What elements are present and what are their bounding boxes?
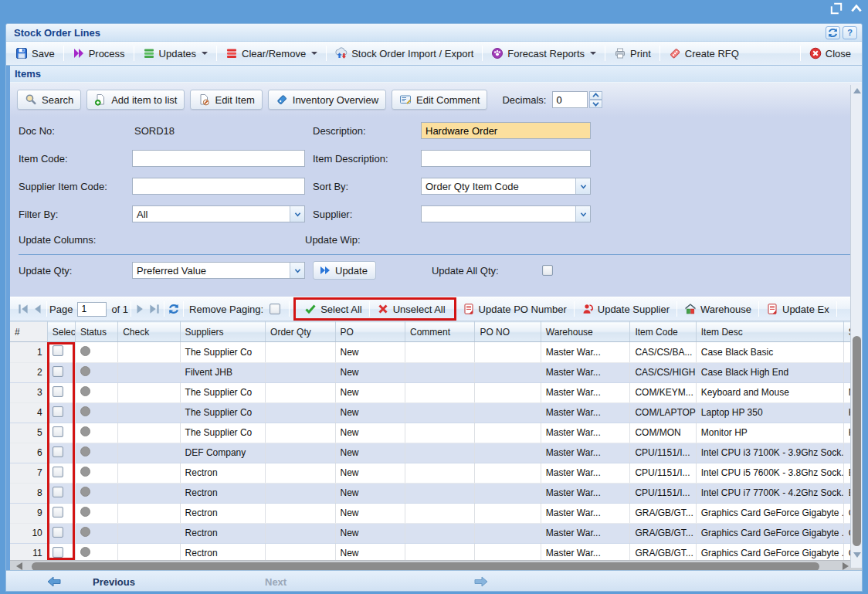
row-select-checkbox[interactable] bbox=[53, 487, 63, 497]
table-row: 7RectronNewMaster War...CPU/1151/I...Int… bbox=[10, 463, 863, 483]
forecast-reports-button[interactable]: Forecast Reports bbox=[485, 45, 602, 62]
remove-paging-checkbox[interactable] bbox=[270, 304, 280, 314]
chevron-down-icon[interactable] bbox=[575, 178, 590, 194]
create-rfq-button[interactable]: Create RFQ bbox=[663, 45, 745, 62]
item-code-input[interactable] bbox=[132, 150, 305, 167]
sort-by-value: Order Qty Item Code bbox=[422, 181, 575, 192]
update-supplier-button[interactable]: Update Supplier bbox=[577, 300, 674, 317]
page-number-input[interactable] bbox=[77, 302, 107, 317]
description-input[interactable] bbox=[421, 122, 591, 139]
last-page-icon[interactable] bbox=[147, 302, 161, 316]
select-cell bbox=[47, 523, 75, 543]
decimals-label: Decimals: bbox=[502, 94, 546, 106]
stock-order-import-export-label: Stock Order Import / Export bbox=[351, 48, 473, 59]
warehouse-cell: Master War... bbox=[541, 483, 630, 503]
unselect-all-button[interactable]: Unselect All bbox=[372, 300, 450, 317]
column-header-order-qty[interactable]: Order Qty bbox=[266, 322, 335, 342]
item-code-cell: GRA/GB/GT... bbox=[630, 543, 696, 560]
save-icon bbox=[15, 47, 28, 59]
previous-arrow-icon[interactable] bbox=[46, 575, 62, 590]
warehouse-button[interactable]: Warehouse bbox=[680, 300, 756, 317]
process-button[interactable]: Process bbox=[66, 45, 131, 62]
save-button[interactable]: Save bbox=[9, 45, 61, 62]
close-button[interactable]: Close bbox=[803, 45, 857, 62]
toolbar-separator bbox=[676, 301, 677, 317]
chevron-down-icon[interactable] bbox=[290, 206, 304, 222]
spin-down-icon[interactable] bbox=[589, 100, 602, 108]
import-export-icon bbox=[335, 47, 348, 59]
update-all-qty-checkbox[interactable] bbox=[542, 265, 553, 276]
table-row: 1The Supplier CoNewMaster War...CAS/CS/B… bbox=[10, 342, 863, 362]
po-cell: New bbox=[335, 362, 405, 382]
item-description-input[interactable] bbox=[421, 150, 591, 167]
row-number-cell: 6 bbox=[10, 443, 47, 463]
update-ex-button[interactable]: Update Ex bbox=[761, 300, 834, 317]
previous-page-icon[interactable] bbox=[30, 302, 44, 316]
scroll-down-icon[interactable] bbox=[853, 552, 861, 558]
print-button[interactable]: Print bbox=[608, 45, 657, 62]
edit-comment-button[interactable]: Edit Comment bbox=[392, 90, 487, 110]
edit-item-button[interactable]: Edit Item bbox=[190, 90, 262, 110]
stock-order-import-export-button[interactable]: Stock Order Import / Export bbox=[329, 45, 480, 62]
search-button[interactable]: Search bbox=[17, 90, 81, 110]
help-icon[interactable]: ? bbox=[843, 26, 857, 39]
row-select-checkbox[interactable] bbox=[53, 426, 63, 437]
chevron-down-icon[interactable] bbox=[290, 263, 304, 278]
grid-toolbar: Page of 1 Remove Paging: Select All bbox=[10, 297, 862, 321]
filter-by-dropdown[interactable]: All bbox=[132, 205, 305, 222]
column-header-item-desc[interactable]: Item Desc bbox=[696, 322, 843, 342]
row-select-checkbox[interactable] bbox=[53, 446, 63, 457]
scroll-up-icon[interactable] bbox=[853, 88, 861, 93]
spin-up-icon[interactable] bbox=[589, 91, 602, 100]
vertical-scrollbar[interactable] bbox=[850, 85, 862, 568]
x-icon bbox=[377, 303, 389, 315]
column-header-po[interactable]: PO bbox=[335, 322, 405, 342]
next-arrow-icon[interactable] bbox=[473, 575, 489, 590]
comment-cell bbox=[405, 402, 474, 423]
first-page-icon[interactable] bbox=[16, 302, 30, 316]
column-header-status[interactable]: Status bbox=[75, 322, 117, 342]
chevron-down-icon[interactable] bbox=[575, 206, 590, 222]
row-select-checkbox[interactable] bbox=[53, 507, 63, 518]
column-header-comment[interactable]: Comment bbox=[405, 322, 474, 342]
column-header-select[interactable]: Select bbox=[47, 322, 75, 342]
updates-button[interactable]: Updates bbox=[137, 45, 214, 62]
row-select-checkbox[interactable] bbox=[53, 345, 63, 356]
row-select-checkbox[interactable] bbox=[53, 406, 63, 417]
toolbar-separator bbox=[482, 46, 483, 61]
supplier-dropdown[interactable] bbox=[421, 205, 591, 222]
refresh-grid-icon[interactable] bbox=[167, 302, 181, 316]
next-page-icon[interactable] bbox=[134, 302, 147, 316]
vertical-scroll-thumb[interactable] bbox=[853, 336, 861, 546]
scroll-left-icon[interactable] bbox=[16, 562, 22, 570]
decimals-input[interactable] bbox=[552, 91, 588, 108]
form-row-supplieritemcode: Supplier Item Code: Sort By: Order Qty I… bbox=[10, 172, 862, 200]
column-header-warehouse[interactable]: Warehouse bbox=[541, 322, 630, 342]
row-select-checkbox[interactable] bbox=[53, 467, 63, 477]
column-header-suppliers[interactable]: Suppliers bbox=[180, 322, 266, 342]
process-icon bbox=[73, 47, 85, 59]
select-all-button[interactable]: Select All bbox=[300, 300, 366, 317]
update-po-number-button[interactable]: Update PO Number bbox=[458, 300, 571, 317]
inventory-overview-button[interactable]: Inventory Overview bbox=[268, 90, 386, 110]
supplier-item-code-input[interactable] bbox=[132, 178, 305, 195]
update-button[interactable]: Update bbox=[313, 261, 376, 280]
row-select-checkbox[interactable] bbox=[53, 527, 63, 538]
column-header-item-code[interactable]: Item Code bbox=[630, 322, 696, 342]
column-header-po-no[interactable]: PO NO bbox=[475, 322, 541, 342]
clear-remove-button[interactable]: Clear/Remove bbox=[219, 45, 324, 62]
column-header-check[interactable]: Check bbox=[118, 322, 180, 342]
add-item-to-list-button[interactable]: Add item to list bbox=[86, 90, 185, 110]
refresh-window-icon[interactable] bbox=[826, 26, 840, 39]
collapse-window-icon[interactable] bbox=[849, 2, 863, 15]
row-select-checkbox[interactable] bbox=[53, 547, 63, 558]
pagination-footer: Previous Next bbox=[6, 570, 862, 592]
restore-window-icon[interactable] bbox=[829, 2, 843, 15]
previous-button[interactable]: Previous bbox=[93, 576, 135, 588]
update-qty-dropdown[interactable]: Preferred Value bbox=[132, 262, 305, 279]
sort-by-dropdown[interactable]: Order Qty Item Code bbox=[421, 178, 591, 195]
row-select-checkbox[interactable] bbox=[53, 366, 63, 377]
column-header-[interactable]: # bbox=[10, 322, 47, 342]
row-select-checkbox[interactable] bbox=[53, 386, 63, 397]
scroll-right-icon[interactable] bbox=[843, 562, 849, 570]
